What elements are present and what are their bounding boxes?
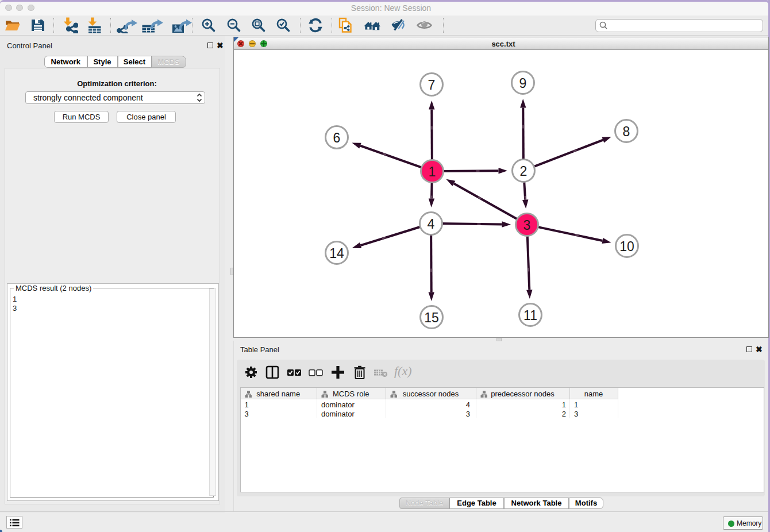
svg-text:15: 15 [424, 310, 439, 325]
svg-text:1: 1 [429, 164, 436, 179]
svg-text:11: 11 [523, 308, 537, 323]
svg-text:9: 9 [519, 76, 527, 91]
svg-text:8: 8 [623, 124, 630, 139]
svg-text:4: 4 [428, 217, 435, 232]
svg-text:14: 14 [329, 246, 344, 261]
svg-text:3: 3 [523, 218, 531, 233]
svg-text:7: 7 [428, 78, 436, 92]
svg-text:6: 6 [333, 130, 341, 145]
svg-text:2: 2 [520, 164, 528, 179]
svg-text:10: 10 [619, 239, 634, 254]
